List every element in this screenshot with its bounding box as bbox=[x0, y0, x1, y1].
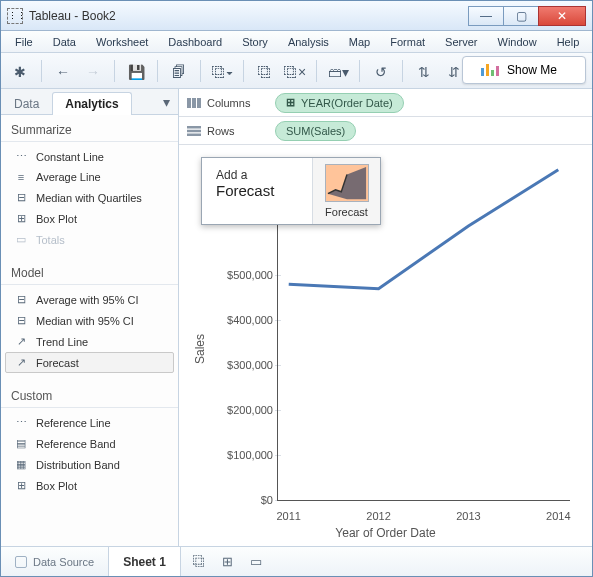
clear-sheet-button[interactable]: ⿻× bbox=[282, 58, 308, 84]
model-median-95ci[interactable]: ⊟Median with 95% CI bbox=[5, 310, 174, 331]
trend-icon: ↗ bbox=[14, 335, 28, 348]
y-axis-label: Sales bbox=[193, 333, 207, 363]
columns-label: Columns bbox=[187, 97, 265, 109]
forecast-icon: ↗ bbox=[14, 356, 28, 369]
bottom-bar: Data Source Sheet 1 ⿻ ⊞ ▭ bbox=[1, 546, 592, 576]
pill-text: YEAR(Order Date) bbox=[301, 97, 393, 109]
svg-rect-5 bbox=[187, 133, 201, 136]
label: Median with 95% CI bbox=[36, 315, 134, 327]
label: Average Line bbox=[36, 171, 101, 183]
new-tab-icons: ⿻ ⊞ ▭ bbox=[181, 547, 275, 576]
app-icon: ⋮⋮ bbox=[7, 8, 23, 24]
label: Forecast bbox=[36, 357, 79, 369]
svg-rect-2 bbox=[197, 98, 201, 108]
columns-pill[interactable]: ⊞YEAR(Order Date) bbox=[275, 93, 404, 113]
menu-server[interactable]: Server bbox=[437, 34, 485, 50]
chart-area[interactable]: Add a Forecast Forecast Sales Year of Or… bbox=[179, 145, 592, 546]
menu-data[interactable]: Data bbox=[45, 34, 84, 50]
y-tick: $300,000 bbox=[215, 359, 273, 371]
columns-icon bbox=[187, 98, 201, 108]
model-avg-95ci[interactable]: ⊟Average with 95% CI bbox=[5, 289, 174, 310]
tab-data[interactable]: Data bbox=[1, 92, 52, 115]
label: Box Plot bbox=[36, 213, 77, 225]
rows-shelf[interactable]: Rows SUM(Sales) bbox=[179, 117, 592, 145]
new-worksheet-icon[interactable]: ⿻ bbox=[187, 554, 213, 569]
tooltip-line2: Forecast bbox=[216, 182, 300, 199]
y-tick: $400,000 bbox=[215, 314, 273, 326]
pill-text: SUM(Sales) bbox=[286, 125, 345, 137]
menu-story[interactable]: Story bbox=[234, 34, 276, 50]
box-plot-icon: ⊞ bbox=[14, 212, 28, 225]
label: Distribution Band bbox=[36, 459, 120, 471]
duplicate-button[interactable]: ⿻ bbox=[252, 58, 278, 84]
totals-icon: ▭ bbox=[14, 233, 28, 246]
show-me-label: Show Me bbox=[507, 63, 557, 77]
model-trend-line[interactable]: ↗Trend Line bbox=[5, 331, 174, 352]
new-story-icon[interactable]: ▭ bbox=[243, 554, 269, 569]
label: Reference Line bbox=[36, 417, 111, 429]
sidebar: Data Analytics ▾ Summarize ⋯Constant Lin… bbox=[1, 89, 179, 546]
section-model: Model bbox=[1, 258, 178, 285]
rows-pill[interactable]: SUM(Sales) bbox=[275, 121, 356, 141]
label: Trend Line bbox=[36, 336, 88, 348]
summarize-totals[interactable]: ▭Totals bbox=[5, 229, 174, 250]
rows-label: Rows bbox=[187, 125, 265, 137]
x-axis-label: Year of Order Date bbox=[335, 526, 435, 540]
section-custom: Custom bbox=[1, 381, 178, 408]
x-tick: 2013 bbox=[456, 510, 480, 522]
maximize-button[interactable]: ▢ bbox=[503, 6, 539, 26]
close-button[interactable]: ✕ bbox=[538, 6, 586, 26]
forecast-drop-target[interactable]: Forecast bbox=[312, 158, 380, 224]
median-ci-icon: ⊟ bbox=[14, 314, 28, 327]
expand-icon: ⊞ bbox=[286, 96, 295, 109]
new-worksheet-button[interactable]: ⿻▾ bbox=[209, 58, 235, 84]
custom-box-plot[interactable]: ⊞Box Plot bbox=[5, 475, 174, 496]
summarize-box-plot[interactable]: ⊞Box Plot bbox=[5, 208, 174, 229]
custom-reference-band[interactable]: ▤Reference Band bbox=[5, 433, 174, 454]
section-summarize: Summarize bbox=[1, 115, 178, 142]
tableau-logo-icon[interactable]: ✱ bbox=[7, 58, 33, 84]
summarize-average-line[interactable]: ≡Average Line bbox=[5, 167, 174, 187]
dist-band-icon: ▦ bbox=[14, 458, 28, 471]
data-source-label: Data Source bbox=[33, 556, 94, 568]
minimize-button[interactable]: — bbox=[468, 6, 504, 26]
show-me-button[interactable]: Show Me bbox=[462, 56, 586, 84]
new-data-source-button[interactable]: 🗐 bbox=[166, 58, 192, 84]
menu-format[interactable]: Format bbox=[382, 34, 433, 50]
menu-file[interactable]: File bbox=[7, 34, 41, 50]
label: Average with 95% CI bbox=[36, 294, 139, 306]
columns-shelf[interactable]: Columns ⊞YEAR(Order Date) bbox=[179, 89, 592, 117]
sort-asc-button[interactable]: ⇅ bbox=[411, 58, 437, 84]
svg-rect-3 bbox=[187, 126, 201, 129]
forecast-drop-tooltip[interactable]: Add a Forecast Forecast bbox=[201, 157, 381, 225]
model-forecast[interactable]: ↗Forecast bbox=[5, 352, 174, 373]
forecast-thumb-icon bbox=[325, 164, 369, 202]
menu-analysis[interactable]: Analysis bbox=[280, 34, 337, 50]
menu-help[interactable]: Help bbox=[549, 34, 588, 50]
custom-reference-line[interactable]: ⋯Reference Line bbox=[5, 412, 174, 433]
swap-button[interactable]: 🗃▾ bbox=[325, 58, 351, 84]
tab-analytics[interactable]: Analytics bbox=[52, 92, 131, 115]
save-button[interactable]: 💾 bbox=[123, 58, 149, 84]
menu-window[interactable]: Window bbox=[490, 34, 545, 50]
back-button[interactable]: ← bbox=[50, 58, 76, 84]
median-icon: ⊟ bbox=[14, 191, 28, 204]
content-area: Data Analytics ▾ Summarize ⋯Constant Lin… bbox=[1, 89, 592, 546]
undo-button[interactable]: ↺ bbox=[368, 58, 394, 84]
summarize-constant-line[interactable]: ⋯Constant Line bbox=[5, 146, 174, 167]
sidebar-dropdown[interactable]: ▾ bbox=[155, 90, 178, 114]
forecast-caption: Forecast bbox=[325, 206, 368, 218]
menu-worksheet[interactable]: Worksheet bbox=[88, 34, 156, 50]
forward-button[interactable]: → bbox=[80, 58, 106, 84]
average-line-icon: ≡ bbox=[14, 171, 28, 183]
summarize-median-quartiles[interactable]: ⊟Median with Quartiles bbox=[5, 187, 174, 208]
new-dashboard-icon[interactable]: ⊞ bbox=[215, 554, 241, 569]
custom-distribution-band[interactable]: ▦Distribution Band bbox=[5, 454, 174, 475]
menu-dashboard[interactable]: Dashboard bbox=[160, 34, 230, 50]
titlebar: ⋮⋮ Tableau - Book2 — ▢ ✕ bbox=[1, 1, 592, 31]
data-source-icon bbox=[15, 556, 27, 568]
svg-rect-4 bbox=[187, 129, 201, 132]
menu-map[interactable]: Map bbox=[341, 34, 378, 50]
data-source-tab[interactable]: Data Source bbox=[1, 547, 109, 576]
sheet-tab[interactable]: Sheet 1 bbox=[109, 547, 181, 576]
